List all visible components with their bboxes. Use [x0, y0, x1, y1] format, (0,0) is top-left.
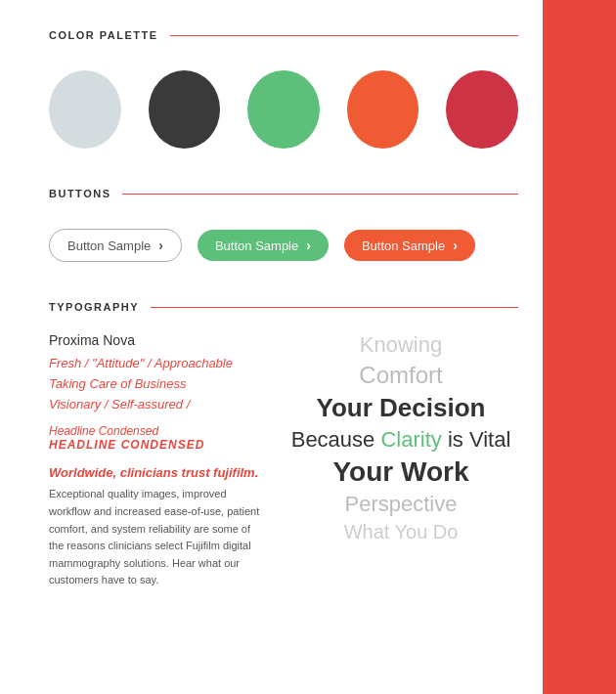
typo-link-text: Worldwide, clinicians trust fujifilm. [49, 465, 264, 480]
typography-left: Proxima Nova Fresh / "Attitude" / Approa… [49, 332, 264, 589]
main-content: COLOR PALETTE BUTTONS Button Sample › Bu… [0, 0, 557, 638]
button-outline-label: Button Sample [67, 239, 151, 253]
typo-word-because: Because Clarity is Vital [284, 427, 518, 453]
typo-clarity: Clarity [380, 427, 441, 452]
button-orange-label: Button Sample [362, 239, 445, 253]
color-palette-line [170, 35, 518, 36]
buttons-header: BUTTONS [49, 188, 518, 199]
color-circle-light-gray [49, 70, 121, 149]
typo-body-text: Exceptional quality images, improved wor… [49, 486, 264, 589]
typography-line [151, 307, 518, 308]
button-outline[interactable]: Button Sample › [49, 229, 182, 262]
button-orange-chevron: › [453, 238, 458, 253]
color-palette-title: COLOR PALETTE [49, 29, 158, 41]
typography-body: Proxima Nova Fresh / "Attitude" / Approa… [49, 332, 518, 589]
color-circle-red [446, 70, 518, 149]
typo-word-comfort: Comfort [284, 362, 518, 389]
button-green[interactable]: Button Sample › [198, 230, 329, 261]
color-circles-row [49, 61, 518, 158]
typo-word-your-work: Your Work [284, 456, 518, 488]
typography-header: TYPOGRAPHY [49, 301, 518, 313]
font-name: Proxima Nova [49, 332, 264, 348]
buttons-section: BUTTONS Button Sample › Button Sample › … [49, 188, 518, 272]
color-palette-section: COLOR PALETTE [49, 29, 518, 158]
typography-right: Knowing Comfort Your Decision Because Cl… [284, 332, 518, 589]
typography-section: TYPOGRAPHY Proxima Nova Fresh / "Attitud… [49, 301, 518, 589]
headline-condensed-label: Headline Condensed [49, 424, 264, 438]
color-palette-header: COLOR PALETTE [49, 29, 518, 41]
buttons-row: Button Sample › Button Sample › Button S… [49, 219, 518, 272]
color-circle-orange [347, 70, 419, 149]
typo-word-your-decision: Your Decision [284, 393, 518, 423]
button-green-label: Button Sample [215, 239, 298, 253]
typo-word-knowing: Knowing [284, 332, 518, 358]
headline-condensed-upper: HEADLINE CONDENSED [49, 438, 264, 452]
color-circle-green [247, 70, 320, 149]
color-circle-dark-gray [149, 70, 221, 149]
button-green-chevron: › [306, 238, 311, 253]
typo-descriptor-1: Fresh / "Attitude" / Approachable [49, 354, 264, 374]
typo-descriptor-3: Visionary / Self-assured / [49, 395, 264, 415]
buttons-title: BUTTONS [49, 188, 110, 199]
button-orange[interactable]: Button Sample › [344, 230, 475, 261]
button-outline-chevron: › [158, 238, 163, 253]
typography-title: TYPOGRAPHY [49, 301, 139, 313]
typo-word-perspective: Perspective [284, 492, 518, 517]
typo-descriptor-2: Taking Care of Business [49, 374, 264, 395]
typo-word-what-you-do: What You Do [284, 521, 518, 543]
buttons-line [122, 194, 518, 195]
